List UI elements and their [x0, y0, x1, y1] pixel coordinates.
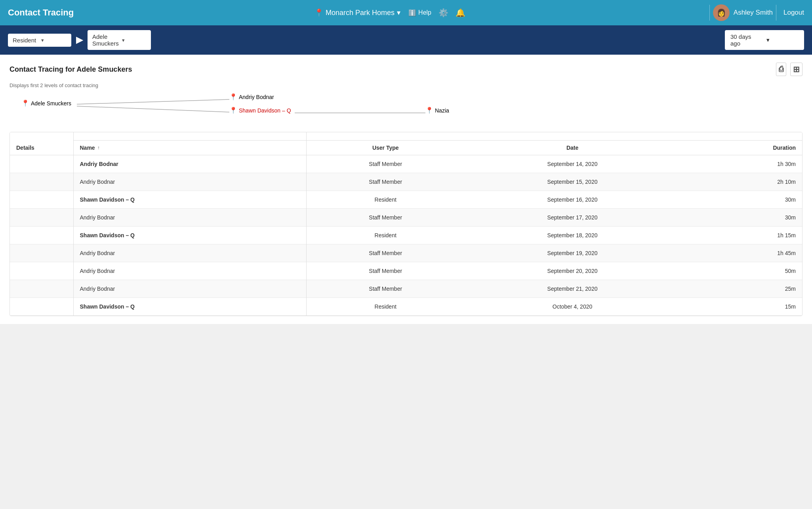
cell-details	[10, 191, 73, 209]
cell-duration: 1h 15m	[680, 227, 802, 244]
excel-export-button[interactable]: ⊞	[790, 63, 802, 76]
cell-date: September 21, 2020	[464, 280, 680, 298]
cell-details	[10, 209, 73, 227]
page-title: Contact Tracing for Adele Smuckers	[10, 65, 132, 74]
header-divider	[709, 5, 710, 21]
cell-usertype: Resident	[306, 191, 464, 209]
facility-selector[interactable]: 📍 Monarch Park Homes ▾	[315, 8, 400, 17]
shawn-label: Shawn Davidson – Q	[239, 107, 291, 114]
date-label: 30 days ago	[730, 33, 762, 47]
cell-details	[10, 298, 73, 316]
cell-date: September 17, 2020	[464, 209, 680, 227]
col-header-date: Date	[464, 141, 680, 155]
info-icon: ℹ️	[408, 9, 416, 17]
cell-name: Shawn Davidson – Q	[73, 227, 306, 244]
cell-date: September 19, 2020	[464, 244, 680, 262]
notifications-icon[interactable]: 🔔	[456, 8, 465, 17]
cell-name: Andriy Bodnar	[73, 155, 306, 173]
col-header-details: Details	[10, 132, 73, 155]
export-buttons: ⎙ ⊞	[776, 63, 802, 76]
table-header-row-2: Name ↑ User Type Date Duration	[10, 141, 802, 155]
user-name: Ashley Smith	[734, 9, 773, 17]
data-table: Details Name ↑ User Type Date Duration	[10, 132, 802, 316]
person-selector[interactable]: Adele Smuckers ▾	[88, 30, 151, 50]
cell-name: Andriy Bodnar	[73, 280, 306, 298]
location-icon: 📍	[315, 8, 323, 17]
cell-date: September 16, 2020	[464, 191, 680, 209]
shawn-pin-icon: 📍	[229, 107, 237, 114]
trace-lines	[10, 92, 802, 124]
sort-icon: ↑	[97, 145, 100, 151]
help-label: Help	[418, 9, 431, 16]
toolbar: Resident ▾ ▶ Adele Smuckers ▾ 30 days ag…	[0, 25, 812, 55]
cell-usertype: Resident	[306, 298, 464, 316]
trace-node-adele[interactable]: 📍 Adele Smuckers	[21, 99, 71, 107]
table-row: Andriy BodnarStaff MemberSeptember 19, 2…	[10, 244, 802, 262]
table-header-row: Details	[10, 132, 802, 141]
cell-date: October 4, 2020	[464, 298, 680, 316]
cell-duration: 30m	[680, 191, 802, 209]
cell-name: Andriy Bodnar	[73, 173, 306, 191]
trace-node-shawn[interactable]: 📍 Shawn Davidson – Q	[229, 107, 291, 114]
cell-name: Shawn Davidson – Q	[73, 191, 306, 209]
cell-duration: 25m	[680, 280, 802, 298]
cell-usertype: Staff Member	[306, 209, 464, 227]
cell-usertype: Resident	[306, 227, 464, 244]
person-label: Adele Smuckers	[92, 33, 119, 47]
table-row: Shawn Davidson – QResidentSeptember 18, …	[10, 227, 802, 244]
adele-label: Adele Smuckers	[31, 100, 71, 107]
cell-details	[10, 155, 73, 173]
col-header-name[interactable]: Name ↑	[73, 141, 306, 155]
person-dropdown-arrow: ▾	[122, 37, 146, 43]
type-label: Resident	[13, 37, 38, 44]
cell-details	[10, 227, 73, 244]
facility-name: Monarch Park Homes	[326, 9, 395, 17]
table-row: Shawn Davidson – QResidentOctober 4, 202…	[10, 298, 802, 316]
table-row: Andriy BodnarStaff MemberSeptember 14, 2…	[10, 155, 802, 173]
trace-node-nazia[interactable]: 📍 Nazia	[425, 107, 449, 114]
cell-name: Andriy Bodnar	[73, 244, 306, 262]
main-content: Contact Tracing for Adele Smuckers ⎙ ⊞ D…	[0, 55, 812, 324]
cell-date: September 18, 2020	[464, 227, 680, 244]
name-header-label: Name	[80, 145, 95, 151]
pdf-export-button[interactable]: ⎙	[776, 63, 786, 76]
cell-duration: 2h 10m	[680, 173, 802, 191]
col-header-usertype: User Type	[306, 141, 464, 155]
nazia-label: Nazia	[435, 107, 449, 114]
cell-usertype: Staff Member	[306, 173, 464, 191]
cell-name: Shawn Davidson – Q	[73, 298, 306, 316]
type-dropdown-arrow: ▾	[41, 37, 67, 43]
subtitle: Displays first 2 levels of contact traci…	[10, 82, 802, 88]
cell-usertype: Staff Member	[306, 155, 464, 173]
cell-usertype: Staff Member	[306, 280, 464, 298]
col-header-span	[306, 132, 802, 141]
adele-pin-icon: 📍	[21, 99, 29, 107]
facility-chevron: ▾	[397, 8, 400, 17]
table-row: Andriy BodnarStaff MemberSeptember 21, 2…	[10, 280, 802, 298]
cell-usertype: Staff Member	[306, 244, 464, 262]
details-header-label: Details	[16, 145, 34, 151]
cell-date: September 20, 2020	[464, 262, 680, 280]
help-button[interactable]: ℹ️ Help	[408, 9, 431, 17]
table-row: Shawn Davidson – QResidentSeptember 16, …	[10, 191, 802, 209]
user-profile[interactable]: 👩 Ashley Smith	[713, 4, 773, 21]
cell-name: Andriy Bodnar	[73, 209, 306, 227]
trace-node-andriy[interactable]: 📍 Andriy Bodnar	[229, 93, 274, 101]
cell-date: September 14, 2020	[464, 155, 680, 173]
logout-button[interactable]: Logout	[783, 9, 804, 17]
cell-usertype: Staff Member	[306, 262, 464, 280]
app-title: Contact Tracing	[8, 8, 74, 18]
andriy-pin-icon: 📍	[229, 93, 237, 101]
cell-details	[10, 262, 73, 280]
date-selector[interactable]: 30 days ago ▾	[725, 30, 804, 50]
type-selector[interactable]: Resident ▾	[8, 34, 71, 47]
header-actions: ℹ️ Help ⚙️ 🔔	[408, 8, 465, 17]
nazia-pin-icon: 📍	[425, 107, 433, 114]
breadcrumb-arrow: ▶	[76, 35, 83, 45]
header-center: 📍 Monarch Park Homes ▾ ℹ️ Help ⚙️ 🔔	[74, 8, 706, 17]
settings-icon[interactable]: ⚙️	[438, 8, 448, 17]
cell-duration: 1h 45m	[680, 244, 802, 262]
col-header-duration: Duration	[680, 141, 802, 155]
table-row: Andriy BodnarStaff MemberSeptember 17, 2…	[10, 209, 802, 227]
table-row: Andriy BodnarStaff MemberSeptember 20, 2…	[10, 262, 802, 280]
